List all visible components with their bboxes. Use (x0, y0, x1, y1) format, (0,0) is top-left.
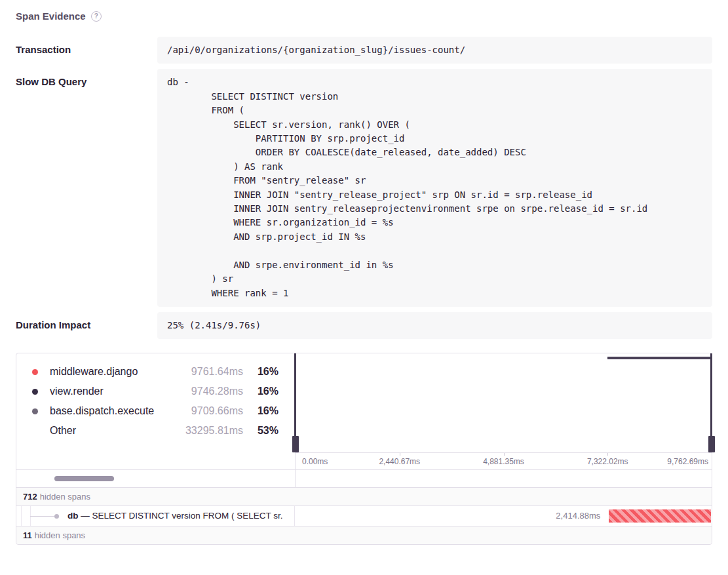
axis-tick (504, 453, 505, 456)
help-icon[interactable] (91, 11, 102, 22)
op-duration: 33295.81ms (185, 425, 243, 437)
op-name: base.dispatch.execute (50, 405, 154, 417)
axis-tick-label: 0.00ms (302, 457, 328, 466)
op-duration: 9761.64ms (191, 366, 243, 378)
slow-db-query-value: db - SELECT DISTINCT version FROM ( SELE… (157, 69, 712, 307)
scrollbar-thumb[interactable] (54, 476, 114, 481)
time-axis-spacer (16, 452, 295, 469)
axis-tick-label: 9,762.69ms (667, 457, 708, 466)
span-op: db (67, 511, 79, 521)
op-duration: 9709.66ms (191, 405, 243, 417)
transaction-value: /api/0/organizations/{organization_slug}… (157, 37, 712, 64)
span-query-text: SELECT DISTINCT version FROM ( SELECT sr… (92, 511, 283, 521)
hidden-spans-label: hidden spans (40, 492, 90, 502)
legend-item: view.render 9746.28ms 16% (32, 382, 278, 401)
op-color-dot (32, 428, 38, 434)
time-axis: 0.00ms 2,440.67ms 4,881.35ms 7,322.02ms … (16, 452, 712, 469)
op-duration: 9746.28ms (191, 386, 243, 397)
span-description: db — SELECT DISTINCT version FROM ( SELE… (67, 506, 283, 526)
transaction-label: Transaction (16, 37, 157, 64)
hidden-spans-count: 11 (23, 530, 32, 540)
axis-tick-label: 7,322.02ms (587, 457, 628, 466)
span-separator: — (81, 511, 90, 521)
duration-impact-value: 25% (2.41s/9.76s) (157, 312, 712, 339)
transaction-row: Transaction /api/0/organizations/{organi… (16, 37, 712, 64)
legend-item: Other 33295.81ms 53% (32, 421, 278, 441)
section-title: Span Evidence (16, 10, 86, 22)
tree-guide-line (21, 506, 22, 526)
db-span-duration-cell: 2,414.88ms (295, 506, 712, 526)
minimap-span-bar (607, 357, 710, 359)
axis-tick (400, 453, 400, 456)
legend-item: middleware.django 9761.64ms 16% (32, 362, 278, 382)
minimap-right-handle[interactable] (710, 353, 712, 452)
op-name: middleware.django (50, 366, 138, 378)
span-tree-scrollbar-row (16, 469, 712, 487)
op-percent: 53% (243, 425, 278, 437)
op-name: Other (50, 425, 76, 437)
span-duration-bar[interactable] (609, 509, 711, 523)
tree-connector-line (30, 516, 56, 517)
scrollbar-row-spacer (295, 470, 712, 487)
time-axis-track: 0.00ms 2,440.67ms 4,881.35ms 7,322.02ms … (295, 452, 712, 469)
span-evidence-section: Span Evidence Transaction /api/0/organiz… (0, 0, 728, 545)
op-percent: 16% (243, 366, 278, 378)
span-tree-panel: middleware.django 9761.64ms 16% view.ren… (16, 353, 712, 545)
op-color-dot (32, 369, 38, 375)
axis-tick (607, 453, 608, 456)
trace-minimap[interactable] (295, 353, 712, 452)
duration-impact-row: Duration Impact 25% (2.41s/9.76s) (16, 312, 712, 339)
slow-db-query-label: Slow DB Query (16, 69, 157, 307)
axis-tick-label: 2,440.67ms (379, 457, 420, 466)
hidden-spans-below-row[interactable]: 11 hidden spans (16, 526, 712, 544)
op-color-dot (32, 408, 38, 414)
scrollbar-track (16, 470, 295, 487)
hidden-spans-label: hidden spans (35, 530, 85, 540)
span-duration: 2,414.88ms (556, 506, 600, 526)
hidden-spans-count: 712 (23, 492, 37, 502)
slow-db-query-row: Slow DB Query db - SELECT DISTINCT versi… (16, 69, 712, 307)
op-name: view.render (50, 386, 104, 397)
axis-tick-label: 4,881.35ms (483, 457, 524, 466)
op-percent: 16% (243, 405, 278, 417)
op-color-dot (32, 389, 38, 395)
db-span-tree-cell: db — SELECT DISTINCT version FROM ( SELE… (16, 506, 295, 526)
section-header: Span Evidence (16, 10, 712, 22)
hidden-spans-above-row[interactable]: 712 hidden spans (16, 487, 712, 506)
legend-item: base.dispatch.execute 9709.66ms 16% (32, 401, 278, 421)
ops-breakdown-legend: middleware.django 9761.64ms 16% view.ren… (16, 353, 295, 452)
ops-breakdown-and-minimap: middleware.django 9761.64ms 16% view.ren… (16, 353, 712, 452)
minimap-left-handle[interactable] (294, 353, 296, 452)
span-node-dot (54, 514, 59, 519)
db-span-row[interactable]: db — SELECT DISTINCT version FROM ( SELE… (16, 506, 712, 526)
op-percent: 16% (243, 386, 278, 397)
duration-impact-label: Duration Impact (16, 312, 157, 339)
